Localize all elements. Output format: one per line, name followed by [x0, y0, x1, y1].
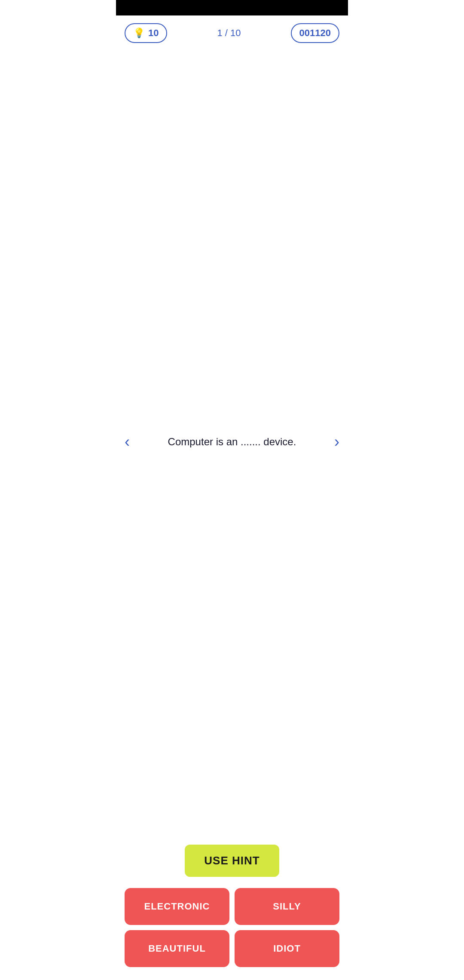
bulb-icon: 💡	[133, 28, 145, 39]
answer-button-3[interactable]: IDIOT	[235, 930, 339, 967]
answer-button-0[interactable]: ELECTRONIC	[125, 888, 229, 925]
progress-indicator: 1 / 10	[217, 28, 241, 39]
hint-button-area: USE HINT	[116, 836, 348, 881]
answer-button-2[interactable]: BEAUTIFUL	[125, 930, 229, 967]
use-hint-button[interactable]: USE HINT	[185, 845, 279, 877]
prev-arrow[interactable]: ‹	[120, 429, 134, 455]
question-text: Computer is an ....... device.	[142, 434, 322, 450]
score-display: 001120	[291, 23, 339, 43]
hint-counter: 💡 10	[125, 23, 167, 43]
answer-button-1[interactable]: SILLY	[235, 888, 339, 925]
question-area: ‹ Computer is an ....... device. ›	[116, 47, 348, 836]
top-bar: 💡 10 1 / 10 001120	[116, 15, 348, 47]
answers-grid: ELECTRONIC SILLY BEAUTIFUL IDIOT	[116, 881, 348, 980]
hint-count-label: 10	[148, 28, 159, 39]
status-bar	[116, 0, 348, 15]
next-arrow[interactable]: ›	[330, 429, 344, 455]
